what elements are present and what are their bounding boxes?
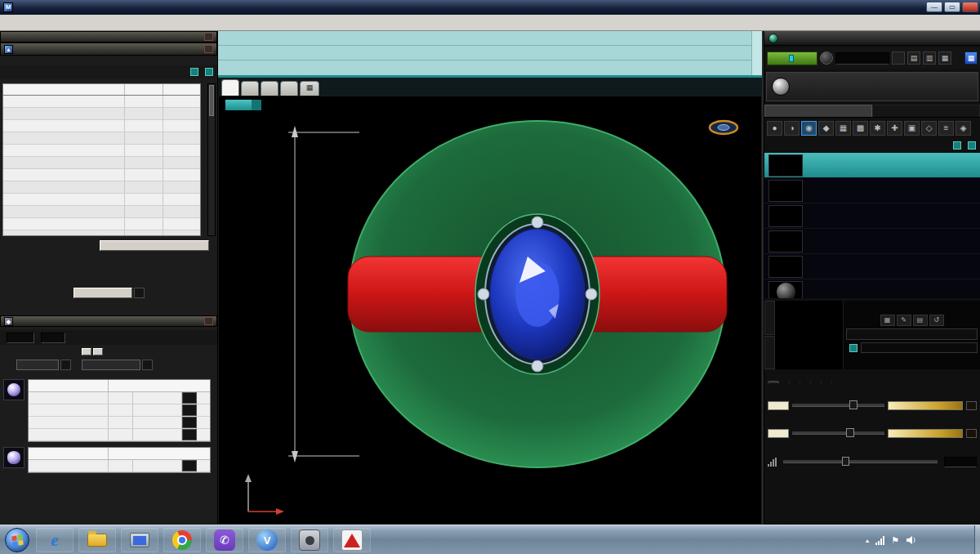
material-item-akoya-black[interactable] <box>764 178 980 203</box>
command-prompt[interactable] <box>218 60 762 75</box>
command-scrollbar[interactable] <box>751 31 762 75</box>
slider-track[interactable] <box>792 431 884 435</box>
gem-row[interactable] <box>29 392 210 404</box>
menu-item-rhino[interactable] <box>137 21 149 25</box>
v-app-icon[interactable]: V <box>248 528 286 552</box>
tab-perspective[interactable] <box>280 81 298 96</box>
overtone-gradient[interactable] <box>888 429 963 438</box>
body-color-swatch[interactable] <box>768 401 789 410</box>
plus-icon[interactable]: ✚ <box>887 121 902 136</box>
material-item-partial[interactable] <box>764 279 980 298</box>
alpha-toggle-icon[interactable] <box>849 344 858 352</box>
menu-item-render[interactable] <box>126 21 137 25</box>
menu-item-help[interactable] <box>172 21 183 25</box>
command-area[interactable] <box>218 31 762 78</box>
metal-weights-header[interactable]: ▲ <box>0 42 217 56</box>
preview-icon[interactable]: ◑ <box>784 121 800 136</box>
menu-item-analyze[interactable] <box>114 21 126 25</box>
list-icon[interactable]: ≡ <box>938 121 954 136</box>
table-row[interactable] <box>3 181 200 194</box>
tab-scene[interactable] <box>800 382 811 383</box>
gem-icon[interactable]: ◇ <box>921 121 937 136</box>
tab-scene-editor[interactable] <box>872 105 980 117</box>
body-color-end-swatch[interactable] <box>966 401 977 410</box>
table-row[interactable] <box>3 206 200 218</box>
ground-plane-select[interactable] <box>861 342 978 353</box>
gem-row-arrow-icon[interactable] <box>182 417 197 428</box>
close-button[interactable] <box>962 2 978 12</box>
menu-item-blend[interactable] <box>149 21 160 25</box>
edit-icon[interactable]: ✎ <box>897 315 911 326</box>
update-arrow-icon[interactable] <box>60 360 71 370</box>
droplet-icon[interactable]: ◉ <box>801 121 817 136</box>
slider-thumb[interactable] <box>846 428 854 437</box>
table-scrollbar[interactable] <box>207 83 216 236</box>
chrome-icon[interactable] <box>163 528 201 552</box>
tab-light[interactable] <box>822 382 832 383</box>
viewport-canvas[interactable] <box>218 96 762 525</box>
complex-reflection-bar[interactable] <box>846 328 978 340</box>
table-row[interactable] <box>3 169 200 181</box>
volume-icon[interactable] <box>906 535 916 545</box>
menu-item-curve[interactable] <box>34 21 46 25</box>
menu-item-solid[interactable] <box>57 21 69 25</box>
gem-row-arrow-icon[interactable] <box>182 429 197 440</box>
menu-item-edit[interactable] <box>11 21 23 25</box>
menu-item-surface[interactable] <box>46 21 57 25</box>
menu-item-dimension[interactable] <box>80 21 91 25</box>
slider-track[interactable] <box>783 460 938 463</box>
tab-texture[interactable] <box>790 382 800 383</box>
user-toggle-icon[interactable] <box>205 68 213 76</box>
close-icon[interactable] <box>204 317 213 325</box>
table-row[interactable] <box>3 96 200 108</box>
gem-row-arrow-icon[interactable] <box>182 460 197 471</box>
weight-spinner[interactable] <box>82 348 103 355</box>
gem-row[interactable] <box>29 460 210 472</box>
close-icon[interactable] <box>204 45 213 53</box>
table-row[interactable] <box>3 194 200 206</box>
region-render-icon[interactable]: ▥ <box>923 51 936 65</box>
table-row[interactable] <box>3 230 200 236</box>
overtone-end-swatch[interactable] <box>966 429 977 438</box>
material-item-coral-red[interactable] <box>764 229 980 254</box>
table-row[interactable] <box>3 120 200 132</box>
material-item-a-golden[interactable] <box>764 153 980 178</box>
use-object-materials-button[interactable] <box>100 240 209 251</box>
gem-row[interactable] <box>29 417 210 429</box>
frame-buffer-icon[interactable]: ▦ <box>938 51 951 65</box>
resolution-select[interactable] <box>835 52 889 65</box>
body-color-gradient[interactable] <box>888 401 963 410</box>
show-desktop-button[interactable] <box>974 525 980 554</box>
gv-toggle-icon[interactable] <box>190 68 198 76</box>
add-view-tab[interactable]: ▦ <box>300 81 319 96</box>
save-report-arrow-icon[interactable] <box>142 360 153 370</box>
viber-icon[interactable]: ✆ <box>206 528 243 552</box>
material-item-coral-pink[interactable] <box>764 203 980 229</box>
checker-icon[interactable]: ▦ <box>835 121 851 136</box>
slider-thumb[interactable] <box>842 457 849 466</box>
chevron-down-icon[interactable] <box>252 100 261 110</box>
grid-icon[interactable]: ▦ <box>880 315 895 326</box>
copy-icon[interactable]: ▤ <box>913 315 928 326</box>
scroll-thumb[interactable] <box>209 85 214 116</box>
media-player-icon[interactable] <box>121 528 158 552</box>
tab-through-finger[interactable] <box>241 81 259 96</box>
history-back-icon[interactable] <box>892 51 905 65</box>
layers-icon[interactable]: ▣ <box>904 121 920 136</box>
network-icon[interactable] <box>875 536 884 545</box>
snowflake-icon[interactable]: ✱ <box>870 121 885 136</box>
tab-side-view[interactable] <box>261 81 278 96</box>
start-button[interactable] <box>5 528 29 552</box>
menu-item-tsplines[interactable] <box>160 21 172 25</box>
close-icon[interactable] <box>204 33 213 41</box>
next-material-icon[interactable] <box>764 336 775 370</box>
slider-track[interactable] <box>792 404 884 407</box>
tab-material-editor[interactable] <box>764 105 872 117</box>
gem-row-arrow-icon[interactable] <box>182 392 197 404</box>
tab-top[interactable] <box>221 79 239 96</box>
style-select[interactable] <box>766 72 978 101</box>
table-row[interactable] <box>3 218 200 230</box>
tab-properties[interactable] <box>779 382 790 383</box>
calculate-button[interactable] <box>74 288 132 298</box>
slider-thumb[interactable] <box>849 400 858 409</box>
